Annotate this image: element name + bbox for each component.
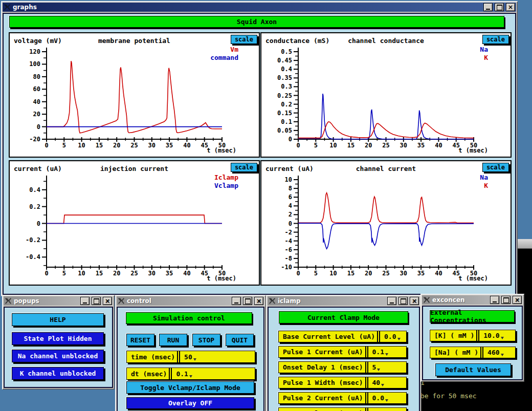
svg-text:60: 60 (33, 85, 40, 93)
squid-axon-banner: Squid Axon (9, 16, 504, 28)
maximize-button[interactable] (243, 297, 252, 305)
scale-button-membrane-potential[interactable]: scale (231, 35, 257, 44)
close-button[interactable]: × (506, 3, 515, 11)
svg-text:40: 40 (183, 270, 190, 277)
svg-text:25: 25 (382, 270, 389, 277)
scale-button-channel-current[interactable]: scale (482, 163, 509, 172)
field-separator (377, 331, 380, 342)
plot-title-injection-current: injection current (51, 165, 218, 172)
svg-text:20: 20 (365, 270, 372, 277)
legend-entry-vclamp: Vclamp (214, 182, 238, 190)
dt-field: dt (msec)0.1 (126, 367, 255, 380)
na-mm-field-input[interactable]: 460 (484, 349, 499, 356)
minimize-button[interactable] (387, 297, 396, 305)
svg-text:t (msec): t (msec) (458, 147, 488, 154)
svg-text:20: 20 (113, 270, 120, 277)
graphs-titlebar[interactable]: graphs × (3, 3, 516, 12)
legend-entry-iclamp: Iclamp (214, 174, 238, 182)
popups-button-state-plot-hidden[interactable]: State Plot Hidden (12, 332, 104, 345)
maximize-button[interactable] (398, 297, 408, 305)
dt-field-input[interactable]: 0.1 (173, 370, 188, 378)
plot-legend-injection-current: IclampVclamp (214, 174, 238, 190)
popups-titlebar[interactable]: popups × (4, 296, 113, 306)
svg-text:40: 40 (435, 270, 442, 277)
maximize-button[interactable] (92, 297, 101, 305)
iclamp-titlebar[interactable]: iclamp × (268, 296, 420, 306)
close-button[interactable]: × (103, 297, 112, 305)
svg-text:5: 5 (314, 270, 318, 277)
minimize-button[interactable] (490, 296, 499, 304)
text-caret (193, 358, 196, 361)
svg-text:10: 10 (329, 270, 337, 277)
simulation-control-banner: Simulation control (126, 312, 252, 324)
svg-text:30: 30 (400, 142, 407, 149)
svg-text:0.45: 0.45 (277, 57, 292, 64)
exconcen-titlebar[interactable]: exconcen × (422, 295, 523, 305)
plot-canvas-channel-current: 05101520253035404550-10-8-6-4-20246810t … (261, 161, 508, 283)
svg-text:35: 35 (166, 270, 173, 277)
popups-button-na-channel-unblocked[interactable]: Na channel unblocked (12, 350, 104, 362)
svg-text:8: 8 (289, 185, 292, 192)
minimize-button[interactable] (483, 3, 493, 11)
svg-text:20: 20 (365, 142, 372, 149)
svg-text:2: 2 (289, 211, 292, 218)
window-title: control (127, 297, 151, 305)
svg-text:30: 30 (400, 270, 407, 277)
time-field-label: time (msec) (127, 353, 177, 361)
popups-button-help[interactable]: HELP (12, 313, 104, 326)
base-current-level-ua-field-label: Base Current Level (uA) (279, 333, 377, 340)
time-field-input[interactable]: 50 (181, 353, 192, 361)
maximize-button[interactable] (495, 3, 504, 11)
svg-text:35: 35 (417, 142, 425, 149)
window-title: popups (14, 297, 39, 305)
popups-button-k-channel-unblocked[interactable]: K channel unblocked (12, 367, 104, 380)
pulse-2-current-ua-field-input[interactable]: 0.0 (369, 394, 384, 402)
svg-text:0.1: 0.1 (281, 118, 292, 125)
k-mm-field-input[interactable]: 10.0 (480, 332, 499, 339)
onset-delay-1-msec-field-input[interactable]: 5 (369, 363, 376, 371)
onset-delay-1-msec-field-label: Onset Delay 1 (msec) (279, 363, 365, 371)
legend-entry-na: Na (480, 174, 488, 182)
external-concentrations-banner: External Concentrations (430, 310, 515, 322)
maximize-button[interactable] (501, 296, 511, 304)
pulse-1-width-msec-field-input[interactable]: 40 (369, 379, 381, 386)
minimize-button[interactable] (232, 297, 241, 305)
plot-legend-membrane-potential: Vmcommand (210, 46, 238, 62)
minimize-button[interactable] (80, 297, 90, 305)
close-button[interactable]: × (410, 297, 419, 305)
close-button[interactable]: × (513, 296, 522, 304)
field-separator (365, 347, 368, 357)
legend-entry-na: Na (480, 46, 488, 54)
svg-text:0.25: 0.25 (277, 92, 292, 99)
onset-delay-1-msec-field: Onset Delay 1 (msec)5 (278, 361, 407, 373)
window-title: iclamp (278, 297, 301, 305)
reset-button[interactable]: RESET (126, 334, 154, 346)
svg-text:0: 0 (289, 136, 292, 143)
window-title: graphs (13, 4, 37, 11)
text-caret (189, 375, 192, 378)
svg-text:40: 40 (183, 142, 190, 149)
overlay-off-button[interactable]: Overlay OFF (126, 397, 254, 409)
svg-text:25: 25 (130, 270, 138, 277)
default-values-button[interactable]: Default Values (435, 363, 511, 376)
svg-text:25: 25 (382, 142, 389, 149)
scale-button-injection-current[interactable]: scale (231, 163, 257, 172)
pulse-2-current-ua-field-label: Pulse 2 Current (uA) (279, 394, 365, 402)
close-button[interactable]: × (254, 297, 263, 305)
text-caret (385, 353, 388, 356)
base-current-level-ua-field-input[interactable]: 0.0 (381, 333, 396, 340)
iclamp-window: iclamp × Current Clamp ModeBase Current … (266, 295, 422, 411)
legend-entry-k: K (480, 182, 488, 190)
plot-title-channel-conductance: channel conductance (302, 37, 470, 45)
plot-canvas-channel-conductance: 0510152025303540455000.050.10.150.20.250… (261, 33, 508, 155)
pulse-1-current-ua-field-input[interactable]: 0.1 (369, 348, 384, 356)
time-field: time (msec)50 (126, 351, 255, 363)
scale-button-channel-conductance[interactable]: scale (482, 35, 509, 44)
quit-button[interactable]: QUIT (226, 334, 254, 346)
field-separator (476, 330, 479, 341)
run-button[interactable]: RUN (159, 334, 187, 346)
stop-button[interactable]: STOP (192, 334, 220, 346)
control-titlebar[interactable]: control × (117, 296, 264, 306)
toggle-vclamp-iclamp-button[interactable]: Toggle Vclamp/Iclamp Mode (126, 381, 254, 394)
svg-text:0: 0 (37, 123, 40, 131)
